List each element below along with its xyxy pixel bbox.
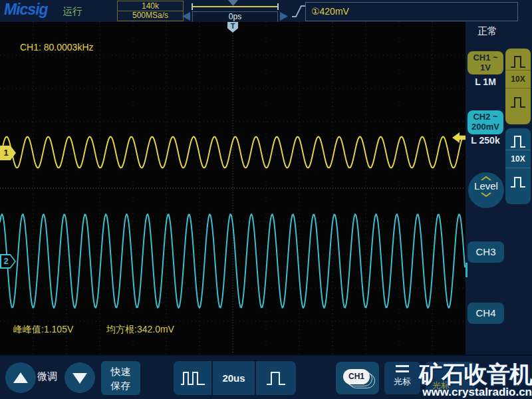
divider xyxy=(505,150,531,150)
bottom-bar: 微调 快速 保存 20us CH1 光标 光标 矿石收音机 www.cr xyxy=(0,354,532,399)
cursor-button[interactable]: 光标 xyxy=(384,362,420,394)
measurement-peak-to-peak: 峰峰值:1.105V xyxy=(13,324,73,336)
triangle-up-icon xyxy=(13,372,28,383)
cursor-lines-icon xyxy=(396,365,409,367)
ch1-label: CH1 ~ xyxy=(467,53,503,63)
ch2-label: CH2 ~ xyxy=(467,112,503,122)
trigger-slope-icon[interactable] xyxy=(291,4,306,21)
ch1-impedance: L 1M xyxy=(466,76,505,87)
oscilloscope-screen: Micsig 运行 140k 500MSa/s 0ps ①420mV CH1: … xyxy=(0,0,532,399)
pulse-icon xyxy=(509,54,527,70)
fine-adjust-up-button[interactable] xyxy=(5,362,36,393)
trigger-position-track xyxy=(193,6,277,7)
trigger-position-value[interactable]: 0ps xyxy=(192,11,278,23)
pulse-icon xyxy=(509,134,527,150)
divider xyxy=(505,168,531,168)
ch2-button[interactable]: CH2 ~ 200mV xyxy=(467,110,503,134)
fine-adjust-label: 微调 xyxy=(35,370,60,383)
ch1-button[interactable]: CH1 ~ 1V xyxy=(467,51,503,74)
ch1-probe-column[interactable]: 10X xyxy=(505,49,531,124)
cursor-secondary-label: 光标 xyxy=(432,380,450,392)
run-status-label: 运行 xyxy=(63,5,82,18)
active-channel-pill: CH1 xyxy=(343,369,370,384)
chevron-down-icon xyxy=(480,192,492,198)
quick-save-label-line2: 保存 xyxy=(101,378,140,392)
acquisition-info-box[interactable]: 140k 500MSa/s xyxy=(117,1,184,21)
trigger-level-box[interactable]: ①420mV xyxy=(305,2,518,21)
trigger-position-right-arrow[interactable] xyxy=(280,12,288,21)
trigger-mode-label: 正常 xyxy=(477,25,497,38)
ch2-impedance: L 250k xyxy=(466,135,505,146)
timebase-zoom-out-button[interactable] xyxy=(174,361,211,395)
divider xyxy=(118,11,183,11)
measurement-rms: 均方根:342.0mV xyxy=(106,324,174,336)
channel-select-button[interactable]: CH1 xyxy=(336,362,379,394)
quick-save-label-line1: 快速 xyxy=(101,364,140,378)
trigger-position-slider[interactable] xyxy=(192,3,279,10)
double-pulse-icon xyxy=(180,370,206,387)
cursor-label: 光标 xyxy=(384,376,420,388)
micsig-logo: Micsig xyxy=(4,1,48,19)
waveform-display[interactable]: CH1: 80.0003kHz T 1 2 峰峰值:1.105V 均方根:342… xyxy=(0,22,466,354)
quick-save-button[interactable]: 快速 保存 xyxy=(101,361,140,395)
cursor-secondary-button[interactable]: 光标 xyxy=(426,362,475,394)
ch1-probe-ratio[interactable]: 10X xyxy=(505,74,531,84)
level-label: Level xyxy=(468,181,504,192)
triangle-down-icon xyxy=(72,373,87,384)
top-bar: Micsig 运行 140k 500MSa/s 0ps ①420mV xyxy=(0,0,532,22)
divider xyxy=(505,70,531,70)
ch1-frequency-readout: CH1: 80.0003kHz xyxy=(20,42,94,53)
ch2-probe-ratio[interactable]: 10X xyxy=(505,154,531,164)
ch1-scale: 1V xyxy=(467,63,503,72)
sample-rate-value: 500MSa/s xyxy=(118,11,183,20)
right-sidebar: 正常 10X CH1 ~ 1V L 1M CH2 ~ 200mV L 250k … xyxy=(466,22,532,399)
ch2-ground-marker-label: 2 xyxy=(0,254,12,269)
pulse-icon xyxy=(509,174,527,190)
fine-adjust-down-button[interactable] xyxy=(65,362,95,393)
ch3-button[interactable]: CH3 xyxy=(467,241,504,263)
ch2-scale: 200mV xyxy=(467,122,503,132)
ch4-button[interactable]: CH4 xyxy=(467,303,504,324)
ch2-probe-column[interactable]: 10X xyxy=(505,128,531,204)
sample-depth-value: 140k xyxy=(118,1,183,11)
level-button[interactable]: Level xyxy=(468,172,504,208)
page-indicator xyxy=(466,263,467,277)
cursor-lines-icon xyxy=(396,370,409,372)
timebase-value[interactable]: 20us xyxy=(213,361,255,395)
trigger-level-value: ①420mV xyxy=(311,3,349,20)
scope-canvas xyxy=(0,22,466,357)
timebase-zoom-in-button[interactable] xyxy=(256,361,296,395)
divider xyxy=(505,88,531,88)
pulse-icon xyxy=(265,370,287,387)
pulse-icon xyxy=(509,94,527,110)
